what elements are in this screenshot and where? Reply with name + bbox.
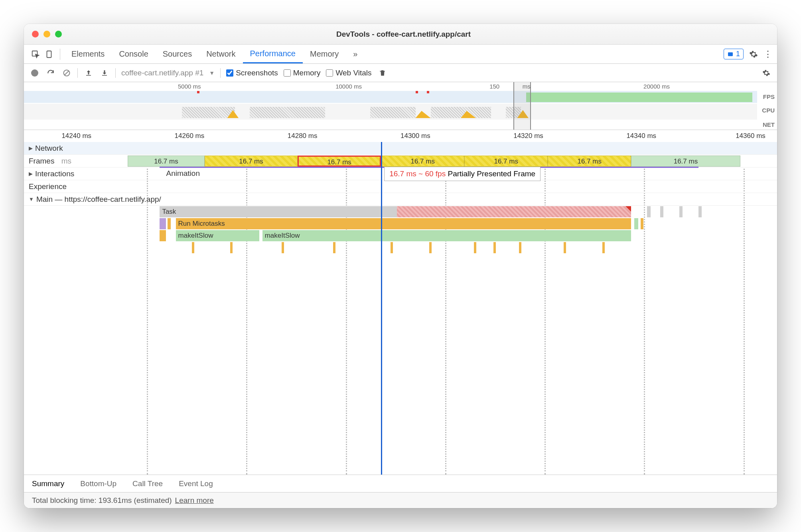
inspect-icon[interactable] <box>29 47 42 61</box>
device-icon[interactable] <box>42 47 56 61</box>
overview-tick: 10000 ms <box>335 83 362 90</box>
frames-track[interactable]: Frames ms 16.7 ms 16.7 ms 16.7 ms 16.7 m… <box>24 155 777 167</box>
kebab-icon[interactable]: ⋮ <box>764 49 772 59</box>
recording-dropdown-icon[interactable]: ▼ <box>209 70 215 76</box>
tracks-panel[interactable]: ▶Network Frames ms 16.7 ms 16.7 ms 16.7 … <box>24 142 777 475</box>
tab-network[interactable]: Network <box>199 45 243 63</box>
fps-label: FPS <box>763 93 775 100</box>
recording-name[interactable]: coffee-cart.netlify.app #1 <box>121 69 203 77</box>
blocking-time-text: Total blocking time: 193.61ms (estimated… <box>32 496 172 505</box>
tab-eventlog[interactable]: Event Log <box>179 479 213 488</box>
timeline-overview[interactable]: 5000 ms 10000 ms 150 ms 20000 ms FPS CPU… <box>24 82 777 130</box>
frame[interactable]: 16.7 ms <box>205 156 298 167</box>
details-tabs: Summary Bottom-Up Call Tree Event Log <box>24 475 777 492</box>
tab-performance[interactable]: Performance <box>243 45 303 63</box>
time-ruler[interactable]: 14240 ms 14260 ms 14280 ms 14300 ms 1432… <box>24 130 777 142</box>
frame[interactable]: 16.7 ms <box>548 156 631 167</box>
traffic-lights <box>32 31 62 37</box>
interactions-track[interactable]: ▶Interactions Animation 16.7 ms ~ 60 fps… <box>24 167 777 180</box>
tab-bottomup[interactable]: Bottom-Up <box>80 479 116 488</box>
issues-count: 1 <box>736 50 740 58</box>
tab-console[interactable]: Console <box>112 45 155 63</box>
net-label: NET <box>763 121 775 128</box>
panel-tabs: Elements Console Sources Network Perform… <box>24 45 777 64</box>
tab-memory[interactable]: Memory <box>303 45 346 63</box>
expand-icon[interactable]: ▶ <box>29 145 33 151</box>
settings-icon[interactable] <box>749 50 758 59</box>
tab-summary[interactable]: Summary <box>32 479 64 488</box>
upload-icon[interactable] <box>83 68 94 78</box>
tab-sources[interactable]: Sources <box>156 45 199 63</box>
animation-label: Animation <box>166 169 200 178</box>
tab-elements[interactable]: Elements <box>64 45 112 63</box>
record-button[interactable] <box>30 68 40 78</box>
overview-tick: 20000 ms <box>643 83 670 90</box>
status-bar: Total blocking time: 193.61ms (estimated… <box>24 492 777 508</box>
frame[interactable]: 16.7 ms <box>381 156 464 167</box>
titlebar: DevTools - coffee-cart.netlify.app/cart <box>24 24 777 45</box>
flame-microtasks[interactable]: Run Microtasks <box>176 218 631 229</box>
learn-more-link[interactable]: Learn more <box>175 496 214 505</box>
expand-icon[interactable]: ▶ <box>29 171 33 177</box>
frame-selected[interactable]: 16.7 ms <box>298 156 381 167</box>
webvitals-checkbox[interactable]: Web Vitals <box>326 69 371 77</box>
reload-record-button[interactable] <box>45 68 56 78</box>
screenshots-checkbox[interactable]: Screenshots <box>226 69 278 77</box>
issues-badge[interactable]: 1 <box>724 49 744 59</box>
window-title: DevTools - coffee-cart.netlify.app/cart <box>62 30 745 39</box>
frame[interactable]: 16.7 ms <box>631 156 740 167</box>
flame-task[interactable]: Task <box>160 206 397 217</box>
frame-tooltip: 16.7 ms ~ 60 fps Partially Presented Fra… <box>384 167 541 181</box>
svg-line-4 <box>64 71 69 75</box>
network-track[interactable]: ▶Network <box>24 142 777 155</box>
flame-fn[interactable]: makeItSlow <box>262 230 631 241</box>
memory-checkbox[interactable]: Memory <box>284 69 321 77</box>
svg-rect-1 <box>47 51 51 57</box>
flame-chart[interactable]: Task Run Microtasks makeItSlow makeItSlo… <box>128 206 769 254</box>
frame[interactable]: 16.7 ms <box>464 156 548 167</box>
download-icon[interactable] <box>99 68 110 78</box>
svg-rect-2 <box>728 52 733 56</box>
collapse-icon[interactable]: ▼ <box>29 196 34 202</box>
maximize-button[interactable] <box>55 31 62 37</box>
close-button[interactable] <box>32 31 39 37</box>
clear-button[interactable] <box>61 68 72 78</box>
flame-task-long[interactable] <box>397 206 631 217</box>
tab-more[interactable]: » <box>346 45 365 63</box>
overview-tick: 5000 ms <box>178 83 201 90</box>
cpu-label: CPU <box>762 107 775 114</box>
trash-icon[interactable] <box>377 68 388 78</box>
tab-calltree[interactable]: Call Tree <box>132 479 163 488</box>
devtools-window: DevTools - coffee-cart.netlify.app/cart … <box>24 24 777 508</box>
main-track-header[interactable]: ▼Main — https://coffee-cart.netlify.app/ <box>24 193 777 206</box>
perf-toolbar: coffee-cart.netlify.app #1 ▼ Screenshots… <box>24 64 777 82</box>
perf-settings-icon[interactable] <box>761 68 771 78</box>
frame[interactable]: 16.7 ms <box>128 156 205 167</box>
overview-tick: 150 <box>489 83 499 90</box>
minimize-button[interactable] <box>43 31 50 37</box>
experience-track[interactable]: Experience <box>24 180 777 193</box>
flame-fn[interactable]: makeItSlow <box>176 230 259 241</box>
